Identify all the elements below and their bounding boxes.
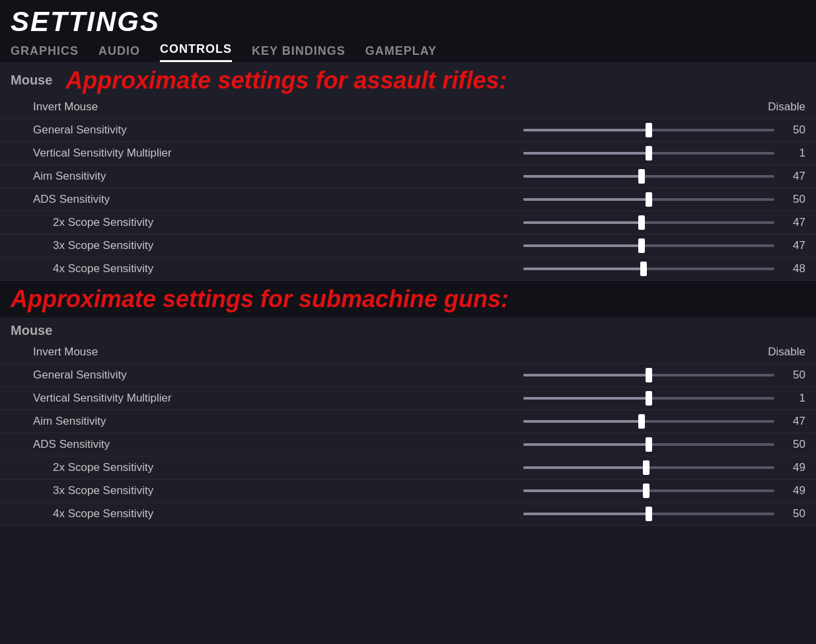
ads-sensitivity-row-1: ADS Sensitivity 50	[0, 188, 816, 211]
submachine-guns-block: Mouse Invert Mouse Disable General Sensi…	[0, 318, 816, 526]
ads-sensitivity-slider-1[interactable]: 50	[523, 193, 805, 206]
aim-sensitivity-row-2: Aim Sensitivity 47	[0, 410, 816, 433]
vertical-sensitivity-value-1: 1	[782, 147, 805, 160]
tab-gameplay[interactable]: GAMEPLAY	[365, 44, 437, 62]
tab-bar: GRAPHICS AUDIO CONTROLS KEY BINDINGS GAM…	[11, 37, 805, 62]
2x-scope-label-1: 2x Scope Sensitivity	[53, 216, 278, 229]
invert-mouse-value-1[interactable]: Disable	[768, 100, 805, 114]
2x-scope-row-2: 2x Scope Sensitivity 49	[0, 456, 816, 480]
aim-sensitivity-row-1: Aim Sensitivity 47	[0, 165, 816, 188]
3x-scope-slider-2[interactable]: 49	[523, 484, 805, 497]
4x-scope-slider-2[interactable]: 50	[523, 507, 805, 520]
2x-scope-row-1: 2x Scope Sensitivity 47	[0, 211, 816, 234]
mouse-section-label-1: Mouse	[11, 73, 52, 88]
general-sensitivity-label-1: General Sensitivity	[33, 124, 258, 137]
mouse-section-label-2: Mouse	[11, 323, 805, 338]
assault-rifles-announcement: Approximate settings for assault rifles:	[65, 66, 507, 94]
general-sensitivity-value-2: 50	[782, 369, 805, 382]
2x-scope-label-2: 2x Scope Sensitivity	[53, 461, 278, 474]
vertical-sensitivity-slider-1[interactable]: 1	[523, 147, 805, 160]
4x-scope-row-1: 4x Scope Sensitivity 48	[0, 258, 816, 281]
2x-scope-value-2: 49	[782, 461, 805, 474]
aim-sensitivity-value-1: 47	[782, 170, 805, 183]
vertical-sensitivity-slider-2[interactable]: 1	[523, 392, 805, 405]
2x-scope-slider-2[interactable]: 49	[523, 461, 805, 474]
invert-mouse-row-1: Invert Mouse Disable	[0, 96, 816, 119]
ads-sensitivity-value-2: 50	[782, 438, 805, 451]
4x-scope-value-1: 48	[782, 262, 805, 275]
3x-scope-row-1: 3x Scope Sensitivity 47	[0, 234, 816, 258]
tab-graphics[interactable]: GRAPHICS	[11, 44, 79, 62]
aim-sensitivity-slider-2[interactable]: 47	[523, 415, 805, 428]
assault-rifles-block: Mouse Approximate settings for assault r…	[0, 62, 816, 281]
vertical-sensitivity-row-1: Vertical Sensitivity Multiplier 1	[0, 142, 816, 165]
4x-scope-label-1: 4x Scope Sensitivity	[53, 262, 278, 275]
4x-scope-row-2: 4x Scope Sensitivity 50	[0, 503, 816, 526]
2x-scope-value-1: 47	[782, 216, 805, 229]
general-sensitivity-slider-1[interactable]: 50	[523, 124, 805, 137]
invert-mouse-label-2: Invert Mouse	[33, 345, 258, 359]
vertical-sensitivity-row-2: Vertical Sensitivity Multiplier 1	[0, 387, 816, 410]
aim-sensitivity-slider-1[interactable]: 47	[523, 170, 805, 183]
tab-key-bindings[interactable]: KEY BINDINGS	[252, 44, 346, 62]
2x-scope-slider-1[interactable]: 47	[523, 216, 805, 229]
tab-controls[interactable]: CONTROLS	[160, 42, 232, 62]
general-sensitivity-label-2: General Sensitivity	[33, 369, 258, 382]
3x-scope-value-2: 49	[782, 484, 805, 497]
vertical-sensitivity-label-2: Vertical Sensitivity Multiplier	[33, 392, 258, 405]
page-title: SETTINGS	[11, 7, 805, 37]
3x-scope-label-2: 3x Scope Sensitivity	[53, 484, 278, 497]
4x-scope-label-2: 4x Scope Sensitivity	[53, 507, 278, 520]
tab-audio[interactable]: AUDIO	[98, 44, 140, 62]
ads-sensitivity-label-1: ADS Sensitivity	[33, 193, 258, 206]
4x-scope-value-2: 50	[782, 507, 805, 520]
ads-sensitivity-value-1: 50	[782, 193, 805, 206]
aim-sensitivity-label-2: Aim Sensitivity	[33, 415, 258, 428]
general-sensitivity-row-2: General Sensitivity 50	[0, 364, 816, 387]
3x-scope-slider-1[interactable]: 47	[523, 239, 805, 252]
general-sensitivity-slider-2[interactable]: 50	[523, 369, 805, 382]
ads-sensitivity-label-2: ADS Sensitivity	[33, 438, 258, 451]
smg-announcement-container: Approximate settings for submachine guns…	[0, 281, 816, 317]
4x-scope-slider-1[interactable]: 48	[523, 262, 805, 275]
3x-scope-label-1: 3x Scope Sensitivity	[53, 239, 278, 252]
aim-sensitivity-label-1: Aim Sensitivity	[33, 170, 258, 183]
header: SETTINGS GRAPHICS AUDIO CONTROLS KEY BIN…	[0, 0, 816, 62]
invert-mouse-label-1: Invert Mouse	[33, 100, 258, 114]
3x-scope-value-1: 47	[782, 239, 805, 252]
smg-announcement: Approximate settings for submachine guns…	[11, 285, 805, 313]
invert-mouse-value-2[interactable]: Disable	[768, 345, 805, 359]
invert-mouse-row-2: Invert Mouse Disable	[0, 341, 816, 364]
vertical-sensitivity-label-1: Vertical Sensitivity Multiplier	[33, 147, 258, 160]
ads-sensitivity-slider-2[interactable]: 50	[523, 438, 805, 451]
3x-scope-row-2: 3x Scope Sensitivity 49	[0, 480, 816, 503]
aim-sensitivity-value-2: 47	[782, 415, 805, 428]
general-sensitivity-row-1: General Sensitivity 50	[0, 119, 816, 142]
vertical-sensitivity-value-2: 1	[782, 392, 805, 405]
ads-sensitivity-row-2: ADS Sensitivity 50	[0, 433, 816, 456]
general-sensitivity-value-1: 50	[782, 124, 805, 137]
